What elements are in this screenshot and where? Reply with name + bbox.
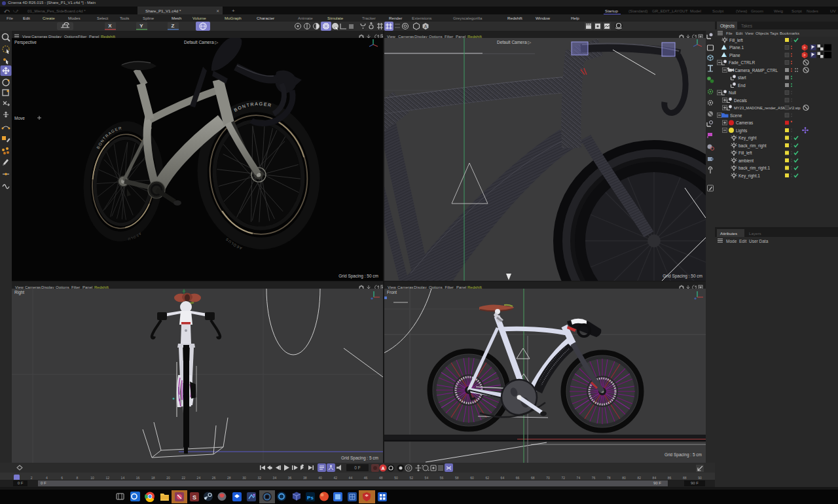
svg-text:Mode: Mode <box>726 239 737 243</box>
svg-text:Grid Spacing : 5 cm: Grid Spacing : 5 cm <box>341 456 378 461</box>
svg-text:Fade_CTRLR: Fade_CTRLR <box>729 60 755 65</box>
svg-text:Grid Spacing : 50 cm: Grid Spacing : 50 cm <box>663 274 702 279</box>
svg-text:Cameras: Cameras <box>736 120 754 125</box>
svg-text:Fill_left: Fill_left <box>729 38 743 43</box>
svg-text:Edit: Edit <box>736 31 743 35</box>
svg-text:ambient: ambient <box>738 158 754 163</box>
svg-text:Z: Z <box>172 23 175 29</box>
svg-text:back_rim_right: back_rim_right <box>738 143 767 149</box>
svg-text:Perspective: Perspective <box>14 40 37 45</box>
svg-text:S: S <box>192 494 196 501</box>
svg-text:Default Camera ▷: Default Camera ▷ <box>184 40 218 45</box>
svg-text:Decals: Decals <box>734 98 748 103</box>
svg-text:Fill_left: Fill_left <box>738 151 752 156</box>
svg-text:Lights: Lights <box>736 128 748 134</box>
svg-text:0 F: 0 F <box>354 465 360 470</box>
svg-text:X: X <box>108 23 112 29</box>
svg-text:MY23_MADONE_render_ASM_oc2.stp: MY23_MADONE_render_ASM_oc2.stp <box>734 106 801 110</box>
svg-text:Right: Right <box>14 290 24 295</box>
svg-text:Grid Spacing : 50 cm: Grid Spacing : 50 cm <box>338 274 378 279</box>
svg-text:Front: Front <box>387 290 397 295</box>
svg-text:Grid Spacing : 5 cm: Grid Spacing : 5 cm <box>665 452 702 458</box>
svg-text:Takes: Takes <box>741 24 753 28</box>
svg-text:Objects: Objects <box>756 31 769 35</box>
svg-text:A: A <box>424 24 428 29</box>
svg-text:End: End <box>738 83 746 88</box>
svg-text:Edit: Edit <box>739 239 746 243</box>
svg-text:Null: Null <box>729 90 737 95</box>
svg-text:Plane.1: Plane.1 <box>729 45 744 50</box>
svg-text:start: start <box>738 75 746 80</box>
svg-text:Key_right: Key_right <box>738 135 757 141</box>
svg-text:Tags: Tags <box>770 31 778 35</box>
svg-text:User Data: User Data <box>749 239 769 243</box>
svg-text:Objects: Objects <box>720 24 735 29</box>
svg-text:Camera_RAMP_CTRL: Camera_RAMP_CTRL <box>735 68 778 73</box>
svg-text:Move: Move <box>14 116 25 120</box>
svg-text:File: File <box>726 31 733 35</box>
svg-text:View: View <box>745 31 754 35</box>
svg-text:Ps: Ps <box>307 495 314 501</box>
svg-text:Default Camera ▷: Default Camera ▷ <box>497 40 531 45</box>
svg-text:Plane: Plane <box>729 53 740 58</box>
svg-text:Key_right.1: Key_right.1 <box>738 173 760 179</box>
svg-text:Y: Y <box>139 23 143 29</box>
svg-text:Scene: Scene <box>730 113 742 118</box>
svg-text:Bookmarks: Bookmarks <box>780 31 799 35</box>
svg-text:A: A <box>381 466 384 471</box>
svg-text:back_rim_right.1: back_rim_right.1 <box>738 166 770 171</box>
